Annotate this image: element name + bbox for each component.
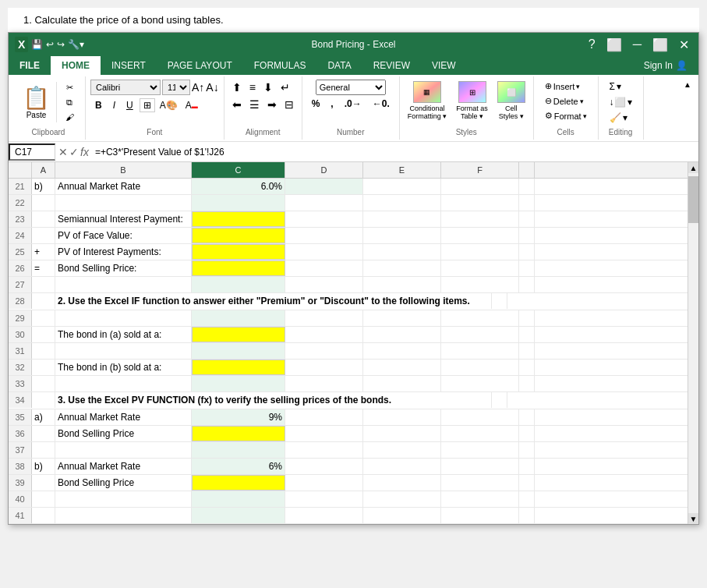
align-center-button[interactable]: ☰ (246, 97, 263, 112)
cell-d31[interactable] (285, 343, 363, 359)
cell-e41[interactable] (363, 508, 441, 523)
cell-a24[interactable] (32, 228, 55, 243)
cut-button[interactable]: ✂ (58, 81, 80, 94)
col-header-b[interactable]: B (55, 162, 192, 178)
cell-f40[interactable] (441, 491, 519, 507)
redo-icon[interactable]: ↪ (57, 39, 65, 50)
cell-e29[interactable] (363, 310, 441, 326)
tab-home[interactable]: HOME (51, 56, 101, 75)
increase-font-button[interactable]: A↑ (192, 81, 204, 94)
cell-c37[interactable] (192, 442, 285, 458)
delete-dropdown[interactable]: ▾ (580, 97, 584, 105)
close-button[interactable]: ✕ (676, 37, 692, 52)
cell-e37[interactable] (363, 442, 441, 458)
cell-f39[interactable] (441, 475, 519, 491)
formula-input[interactable] (92, 145, 698, 159)
cell-b30[interactable]: The bond in (a) sold at a: (55, 327, 192, 342)
autosum-button[interactable]: Σ ▾ (603, 80, 638, 94)
collapse-ribbon-button[interactable]: ▲ (681, 80, 694, 90)
clear-dropdown[interactable]: ▾ (623, 112, 627, 123)
cell-a21[interactable]: b) (32, 179, 55, 194)
cell-a34[interactable] (32, 392, 55, 408)
cell-c23[interactable] (192, 211, 285, 227)
tab-formulas[interactable]: FORMULAS (243, 56, 317, 75)
scroll-up-button[interactable]: ▲ (688, 162, 698, 173)
number-format-select[interactable]: General (316, 80, 386, 95)
comma-button[interactable]: , (326, 97, 338, 111)
cell-e39[interactable] (363, 475, 441, 491)
customize-icon[interactable]: 🔧▾ (68, 39, 84, 50)
ribbon-display-button[interactable]: ⬜ (603, 37, 625, 52)
cell-c29[interactable] (192, 310, 285, 326)
cell-f41[interactable] (441, 508, 519, 523)
cell-a31[interactable] (32, 343, 55, 359)
cell-c39[interactable] (192, 475, 285, 491)
cell-b22[interactable] (55, 195, 192, 211)
cell-f37[interactable] (441, 442, 519, 458)
cell-d38[interactable] (285, 459, 363, 474)
cell-c41[interactable] (192, 508, 285, 523)
cell-e25[interactable] (363, 244, 441, 260)
cell-reference-box[interactable] (9, 143, 55, 161)
cell-c25[interactable] (192, 244, 285, 260)
cell-a22[interactable] (32, 195, 55, 211)
italic-button[interactable]: I (108, 98, 120, 112)
col-header-d[interactable]: D (285, 162, 363, 178)
conditional-formatting-button[interactable]: ▦ ConditionalFormatting ▾ (405, 80, 451, 122)
cell-e24[interactable] (363, 228, 441, 243)
insert-function-icon[interactable]: fx (80, 146, 89, 158)
col-header-c[interactable]: C (192, 162, 285, 178)
format-cells-button[interactable]: ⚙ Format ▾ (539, 109, 593, 122)
align-middle-button[interactable]: ≡ (246, 80, 259, 95)
cell-a26[interactable]: = (32, 260, 55, 276)
cell-c27[interactable] (192, 277, 285, 292)
cell-e32[interactable] (363, 360, 441, 375)
scroll-down-button[interactable]: ▼ (688, 513, 698, 524)
cell-c35[interactable]: 9% (192, 409, 285, 425)
cell-d26[interactable] (285, 260, 363, 276)
sign-in-button[interactable]: Sign In 👤 (633, 56, 698, 75)
cell-f26[interactable] (441, 260, 519, 276)
tab-review[interactable]: REVIEW (362, 56, 421, 75)
cell-e40[interactable] (363, 491, 441, 507)
decrease-font-button[interactable]: A↓ (206, 81, 218, 94)
format-as-table-button[interactable]: ⊞ Format asTable ▾ (453, 80, 491, 122)
cell-a37[interactable] (32, 442, 55, 458)
cell-d33[interactable] (285, 376, 363, 391)
cell-a36[interactable] (32, 426, 55, 441)
align-top-button[interactable]: ⬆ (229, 80, 245, 95)
cell-f27[interactable] (441, 277, 519, 292)
cell-d23[interactable] (285, 211, 363, 227)
increase-decimal-button[interactable]: .0→ (340, 97, 366, 111)
cell-b29[interactable] (55, 310, 192, 326)
cell-f23[interactable] (441, 211, 519, 227)
cell-a33[interactable] (32, 376, 55, 391)
fill-button[interactable]: ↓⬜ ▾ (603, 95, 638, 109)
cell-b34[interactable]: 3. Use the Excel PV FUNCTION (fx) to ver… (55, 392, 492, 408)
align-bottom-button[interactable]: ⬇ (260, 80, 276, 95)
cell-f33[interactable] (441, 376, 519, 391)
cancel-formula-icon[interactable]: ✕ (58, 146, 68, 158)
cell-c36[interactable] (192, 426, 285, 441)
cell-styles-button[interactable]: ⬜ CellStyles ▾ (494, 80, 528, 122)
cell-b23[interactable]: Semiannual Interest Payment: (55, 211, 192, 227)
cell-e35[interactable] (363, 409, 441, 425)
col-header-e[interactable]: E (363, 162, 441, 178)
cell-a29[interactable] (32, 310, 55, 326)
cell-c31[interactable] (192, 343, 285, 359)
cell-e21[interactable] (363, 179, 441, 194)
cell-f38[interactable] (441, 459, 519, 474)
cell-d25[interactable] (285, 244, 363, 260)
fill-color-button[interactable]: A🎨 (157, 99, 181, 112)
minimize-button[interactable]: ─ (630, 37, 645, 51)
cell-f21[interactable] (441, 179, 519, 194)
format-painter-button[interactable]: 🖌 (58, 111, 80, 123)
cell-a23[interactable] (32, 211, 55, 227)
cell-a27[interactable] (32, 277, 55, 292)
save-icon[interactable]: 💾 (31, 39, 43, 50)
clear-button[interactable]: 🧹 ▾ (603, 111, 638, 125)
cell-f24[interactable] (441, 228, 519, 243)
col-header-f[interactable]: F (441, 162, 519, 178)
cell-d29[interactable] (285, 310, 363, 326)
tab-insert[interactable]: INSERT (101, 56, 157, 75)
